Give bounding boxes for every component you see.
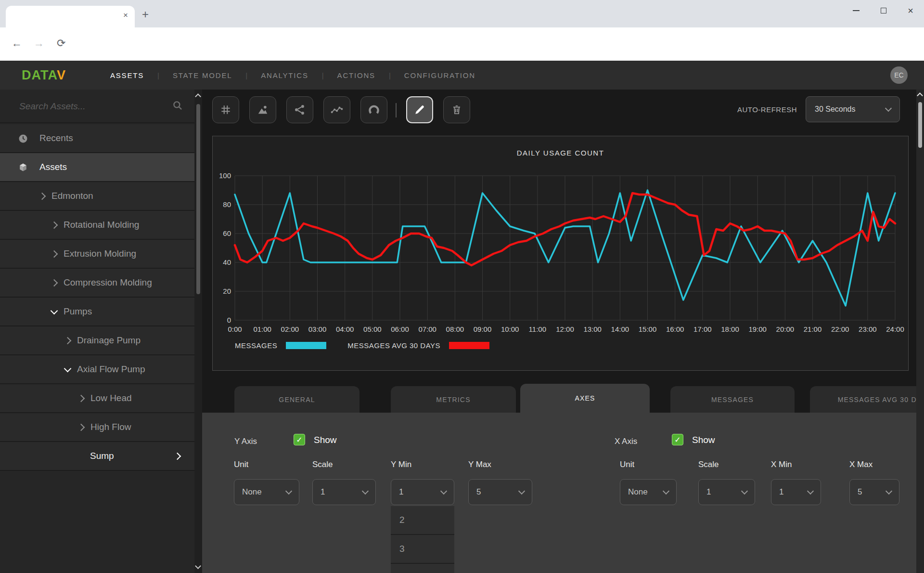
clock-icon bbox=[17, 133, 29, 147]
chevron-right-icon[interactable] bbox=[77, 423, 85, 431]
sidebar-item-pumps[interactable]: Pumps bbox=[0, 298, 194, 326]
tab-general[interactable]: GENERAL bbox=[234, 386, 359, 413]
unit-select[interactable]: None bbox=[620, 479, 677, 505]
y-min-select[interactable]: 1 bbox=[391, 479, 454, 505]
chevron-right-icon[interactable] bbox=[51, 221, 58, 229]
chevron-down-icon bbox=[663, 488, 669, 495]
edit-button[interactable] bbox=[406, 96, 433, 123]
new-tab-button[interactable]: + bbox=[142, 9, 149, 20]
scroll-down-icon[interactable] bbox=[195, 563, 201, 569]
scale-select[interactable]: 1 bbox=[698, 479, 755, 505]
scale-select[interactable]: 1 bbox=[312, 479, 376, 505]
chevron-down-icon bbox=[807, 488, 814, 495]
window-maximize-button[interactable] bbox=[881, 8, 886, 13]
y-axis-tick: 0 bbox=[214, 316, 231, 324]
sidebar-item-label: Pumps bbox=[64, 306, 92, 317]
sidebar-item-compression-molding[interactable]: Compression Molding bbox=[0, 269, 194, 298]
sidebar-item-label: Recents bbox=[39, 133, 73, 143]
nav-item-state-model[interactable]: STATE MODEL bbox=[173, 71, 232, 79]
chevron-right-icon[interactable] bbox=[174, 453, 181, 460]
cube-icon bbox=[17, 162, 29, 176]
search-icon[interactable] bbox=[171, 99, 184, 114]
auto-refresh-select[interactable]: 30 Seconds bbox=[806, 96, 900, 122]
reload-icon[interactable]: ⟳ bbox=[57, 37, 65, 50]
chevron-down-icon[interactable] bbox=[64, 365, 72, 372]
main-scroll-thumb[interactable] bbox=[918, 102, 922, 148]
sidebar-item-label: Drainage Pump bbox=[77, 335, 141, 346]
x-max-value: 5 bbox=[858, 487, 862, 497]
sidebar-item-rotational-molding[interactable]: Rotational Molding bbox=[0, 211, 194, 240]
sidebar-item-assets[interactable]: Assets bbox=[0, 153, 194, 182]
sidebar-scrollbar[interactable] bbox=[194, 90, 202, 573]
tab-messages[interactable]: MESSAGES bbox=[670, 386, 795, 413]
scroll-up-icon[interactable] bbox=[917, 92, 923, 99]
x-min-select[interactable]: 1 bbox=[771, 479, 821, 505]
asset-tree: RecentsAssetsEdmontonRotational MoldingE… bbox=[0, 124, 194, 471]
y-min-option-3[interactable]: 3 bbox=[391, 535, 454, 564]
grid-view-button[interactable] bbox=[212, 96, 239, 123]
y-min-option-2[interactable]: 2 bbox=[391, 506, 454, 535]
chevron-right-icon[interactable] bbox=[51, 250, 58, 258]
delete-button[interactable] bbox=[443, 96, 470, 123]
window-minimize-button[interactable] bbox=[853, 10, 860, 11]
window-close-button[interactable]: × bbox=[908, 6, 913, 15]
sidebar-item-extrusion-molding[interactable]: Extrusion Molding bbox=[0, 240, 194, 269]
chart-view-button[interactable] bbox=[323, 96, 350, 123]
main-content: AUTO-REFRESH 30 Seconds DAILY USAGE COUN… bbox=[202, 90, 924, 573]
nav-separator: | bbox=[389, 71, 391, 79]
sidebar-item-label: Low Head bbox=[90, 393, 132, 404]
tab-metrics[interactable]: METRICS bbox=[391, 386, 516, 413]
x-axis-show-checkbox[interactable]: ✓ bbox=[672, 434, 683, 445]
app-logo[interactable]: DATAV bbox=[22, 68, 66, 83]
tab-close-icon[interactable]: × bbox=[123, 11, 128, 20]
chevron-right-icon[interactable] bbox=[51, 279, 58, 286]
tab-axes[interactable]: AXES bbox=[520, 384, 650, 413]
app-nav: DATAV ASSETS|STATE MODEL|ANALYTICS|ACTIO… bbox=[0, 61, 924, 90]
back-icon[interactable]: ← bbox=[12, 37, 22, 50]
scroll-up-icon[interactable] bbox=[195, 93, 201, 100]
search-input[interactable] bbox=[19, 97, 164, 116]
nav-item-configuration[interactable]: CONFIGURATION bbox=[404, 71, 475, 79]
y-axis-tick: 40 bbox=[214, 258, 231, 266]
legend-label-messages-avg-30-days: MESSAGES AVG 30 DAYS bbox=[347, 341, 440, 350]
relations-view-button[interactable] bbox=[286, 96, 313, 123]
gauge-view-button[interactable] bbox=[360, 96, 387, 123]
y-axis-tick: 60 bbox=[214, 229, 231, 237]
sidebar-item-axial-flow-pump[interactable]: Axial Flow Pump bbox=[0, 355, 194, 384]
sidebar-item-sump[interactable]: Sump bbox=[0, 442, 194, 471]
sidebar-item-drainage-pump[interactable]: Drainage Pump bbox=[0, 326, 194, 355]
x-min-label: X Min bbox=[771, 460, 792, 469]
tab-messages-avg-30-days[interactable]: MESSAGES AVG 30 DAYS bbox=[810, 386, 924, 413]
sidebar-item-low-head[interactable]: Low Head bbox=[0, 384, 194, 413]
unit-select[interactable]: None bbox=[234, 479, 299, 505]
nav-item-assets[interactable]: ASSETS bbox=[110, 71, 144, 79]
y-axis-show-checkbox[interactable]: ✓ bbox=[294, 434, 305, 445]
y-max-select[interactable]: 5 bbox=[468, 479, 532, 505]
chart-panel: DAILY USAGE COUNT 020406080100 0:0001:00… bbox=[212, 136, 909, 371]
usage-chart[interactable] bbox=[213, 136, 909, 371]
x-max-select[interactable]: 5 bbox=[849, 479, 899, 505]
chevron-right-icon[interactable] bbox=[77, 394, 85, 402]
image-view-button[interactable] bbox=[249, 96, 276, 123]
chevron-down-icon[interactable] bbox=[51, 307, 58, 314]
nav-item-actions[interactable]: ACTIONS bbox=[337, 71, 375, 79]
user-avatar[interactable]: EC bbox=[890, 66, 908, 84]
chevron-right-icon[interactable] bbox=[38, 192, 46, 200]
browser-tab[interactable]: × bbox=[6, 6, 135, 27]
x-max-label: X Max bbox=[849, 460, 873, 469]
forward-icon: → bbox=[34, 37, 44, 50]
y-min-option-partial[interactable] bbox=[391, 564, 454, 573]
sidebar-item-high-flow[interactable]: High Flow bbox=[0, 413, 194, 442]
sidebar-item-label: Extrusion Molding bbox=[64, 248, 136, 259]
sidebar-item-edmonton[interactable]: Edmonton bbox=[0, 182, 194, 211]
chevron-down-icon bbox=[518, 488, 525, 495]
y-min-label: Y Min bbox=[391, 460, 411, 469]
nav-menu: ASSETS|STATE MODEL|ANALYTICS|ACTIONS|CON… bbox=[110, 71, 475, 79]
main-scrollbar[interactable] bbox=[916, 90, 924, 573]
nav-item-analytics[interactable]: ANALYTICS bbox=[261, 71, 308, 79]
sidebar-item-recents[interactable]: Recents bbox=[0, 124, 194, 153]
chevron-right-icon[interactable] bbox=[64, 337, 72, 344]
sidebar-scroll-thumb[interactable] bbox=[196, 104, 200, 294]
sidebar: RecentsAssetsEdmontonRotational MoldingE… bbox=[0, 90, 202, 573]
y-axis-show-label: Show bbox=[314, 435, 337, 445]
